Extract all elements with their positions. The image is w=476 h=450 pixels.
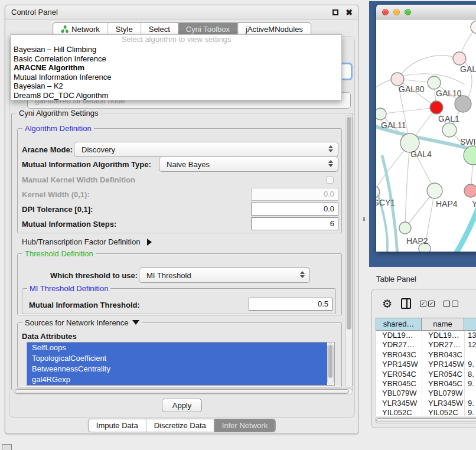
attribute-list-scrollbar-thumb[interactable] [328, 345, 332, 378]
tab-impute-data[interactable]: Impute Data [89, 419, 146, 432]
algorithm-option-selected[interactable]: ARACNE Algorithm [11, 63, 341, 73]
tab-discretize-data[interactable]: Discretize Data [146, 419, 214, 432]
table-hscrollbar-thumb[interactable] [376, 418, 476, 422]
table-row[interactable]: YLR345WYLR345W9. [376, 399, 476, 408]
network-node[interactable] [471, 21, 476, 34]
threshold-definition-title: Threshold Definition [22, 249, 96, 258]
column-header-clipped[interactable] [464, 318, 476, 331]
attribute-item-selected[interactable]: BetweennessCentrality [27, 364, 327, 374]
mi-type-combo[interactable]: Naive Bayes [159, 156, 338, 172]
settings-hscrollbar-thumb[interactable] [15, 389, 349, 394]
control-panel-title: Control Panel [11, 8, 58, 17]
tab-jactivemnodules[interactable]: jActiveMNodules [238, 23, 311, 35]
select-all-icon[interactable]: ✓✓ [420, 301, 435, 307]
network-icon [61, 25, 69, 33]
algorithm-option[interactable]: Dream8 DC_TDC Algorithm [11, 91, 341, 100]
settings-vertical-scrollbar[interactable] [345, 115, 353, 388]
table-row[interactable]: YDR27…YDR27…12 [376, 340, 476, 350]
network-node[interactable] [442, 123, 457, 137]
node-table: shared… name YDL19…YDL19…13 YDR27…YDR27…… [376, 318, 476, 416]
close-panel-icon[interactable]: ✖ [345, 9, 353, 15]
cell: 9. [465, 408, 476, 416]
cell: YDR27… [376, 340, 422, 350]
network-node-hap2[interactable] [399, 222, 411, 234]
mi-threshold-input[interactable]: 0.5 [249, 298, 332, 311]
algorithm-option[interactable]: Bayesian – Hill Climbing [11, 45, 341, 54]
network-node-hap4[interactable] [427, 183, 442, 198]
node-label: GAL11 [381, 120, 406, 130]
table-horizontal-scrollbar[interactable] [375, 417, 476, 423]
tab-cyni-toolbox[interactable]: Cyni Toolbox [178, 23, 238, 35]
cell: YIL052C [422, 408, 465, 416]
tab-jactivemnodules-label: jActiveMNodules [246, 25, 303, 34]
columns-icon[interactable] [401, 298, 411, 309]
algorithm-option[interactable]: Bayesian – K2 [11, 81, 341, 91]
gear-icon[interactable]: ⚙ [382, 298, 392, 309]
node-label: GAL4 [410, 149, 432, 159]
window-zoom-icon[interactable] [405, 9, 411, 15]
table-row[interactable]: YBR043CYBR043C [376, 350, 476, 360]
manual-kernel-label: Manual Kernel Width Definition [22, 175, 135, 184]
cell: 9. [465, 360, 476, 369]
table-row[interactable]: YDL19…YDL19…13 [376, 331, 476, 340]
attribute-item-selected[interactable]: gal4RGexp [27, 374, 327, 385]
chevron-updown-icon [300, 271, 305, 278]
cell: 8. [465, 370, 476, 379]
window-close-icon[interactable] [382, 9, 389, 15]
minimized-panel-icon[interactable] [2, 444, 12, 450]
aracne-mode-combo[interactable]: Discovery [74, 142, 338, 157]
manual-kernel-checkbox[interactable] [326, 176, 334, 184]
table-row[interactable]: YBR045CYBR045C9. [376, 379, 476, 389]
window-minimize-icon[interactable] [393, 9, 400, 15]
cell: 9. [465, 399, 476, 408]
table-row[interactable]: YPR145WYPR145W9. [376, 360, 476, 369]
network-node-gal11[interactable] [376, 108, 386, 120]
tab-network[interactable]: Network [53, 23, 108, 35]
algorithm-option[interactable]: Basic Correlation Inference [11, 54, 341, 64]
attribute-list-scrollbar[interactable] [327, 343, 334, 384]
control-panel: Control Panel ✖ Network S [5, 5, 359, 434]
which-threshold-combo[interactable]: MI Threshold [139, 268, 310, 283]
tab-style[interactable]: Style [108, 23, 141, 35]
algorithm-option[interactable]: Mutual Information Inference [11, 73, 341, 82]
cell: YER054C [422, 370, 465, 379]
hub-definition-expander[interactable]: Hub/Transcription Factor Definition [22, 237, 152, 246]
attribute-item-selected[interactable]: TopologicalCoefficient [27, 353, 327, 364]
dpi-tolerance-input[interactable]: 0.0 [251, 203, 338, 216]
data-attributes-label: Data Attributes [22, 332, 77, 341]
cyni-bottom-tabbar: Impute Data Discretize Data Infer Networ… [88, 419, 276, 432]
divider-grip-icon [363, 217, 365, 221]
mi-steps-input[interactable]: 6 [251, 217, 338, 230]
deselect-all-icon[interactable] [444, 301, 458, 307]
panel-divider[interactable] [359, 0, 369, 450]
checked-box-icon: ✓ [420, 301, 426, 307]
cell: 9. [465, 379, 476, 389]
network-node-pink[interactable] [464, 184, 476, 197]
network-node-gal80[interactable] [391, 73, 404, 86]
network-canvas[interactable]: GAL GAL80 GAL10 GAL1 GAL11 SWI4 GAL4 GCY… [376, 19, 476, 252]
settings-horizontal-scrollbar[interactable] [14, 388, 353, 395]
table-row[interactable]: YIL052CYIL052C9. [376, 408, 476, 416]
cell: YBR043C [376, 350, 422, 360]
network-window-titlebar[interactable] [376, 5, 476, 19]
network-node-gal10[interactable] [428, 76, 441, 89]
tab-select[interactable]: Select [141, 23, 178, 35]
apply-button[interactable]: Apply [162, 399, 202, 412]
table-row[interactable]: YBL079WYBL079W [376, 389, 476, 398]
column-header-name[interactable]: name [422, 318, 464, 331]
algorithm-popup-placeholder: Select algorithm to view settings [11, 35, 341, 45]
attribute-item-selected[interactable]: SelfLoops [27, 343, 327, 353]
tab-infer-network[interactable]: Infer Network [214, 419, 275, 432]
sources-group-header[interactable]: Sources for Network Inference [22, 318, 142, 327]
network-view-container: GAL GAL80 GAL10 GAL1 GAL11 SWI4 GAL4 GCY… [369, 1, 476, 267]
settings-scrollbar-thumb[interactable] [347, 117, 351, 330]
triangle-right-icon [147, 239, 152, 246]
kernel-width-input[interactable]: 0.0 [251, 188, 338, 201]
network-node-gray[interactable] [455, 96, 471, 112]
column-header-shared-name[interactable]: shared… [376, 318, 422, 331]
cell [465, 350, 476, 360]
network-node-gal1-selected[interactable] [430, 101, 443, 114]
table-row[interactable]: YER054CYER054C8. [376, 370, 476, 379]
network-node-gal[interactable] [453, 52, 466, 65]
float-panel-icon[interactable] [332, 9, 338, 15]
